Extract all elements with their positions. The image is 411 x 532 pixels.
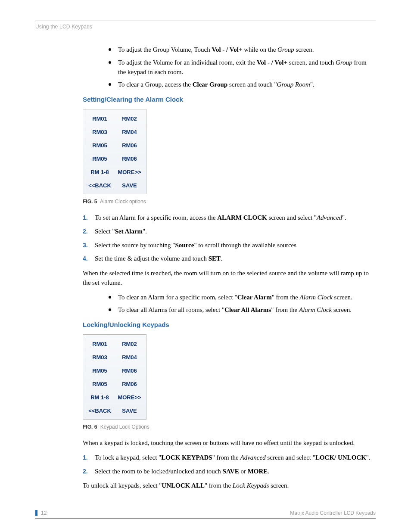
lcd-button[interactable]: RM01 [85,112,115,125]
figure-caption-6: FIG. 6 Keypad Lock Options [83,424,376,430]
bullet-list-mid: To clear an Alarm for a specific room, s… [109,293,376,315]
bullet-item: To clear all Alarms for all rooms, selec… [109,305,376,315]
lcd-button[interactable]: RM06 [115,152,144,165]
lcd-row: RM01RM02 [85,337,144,351]
lcd-button[interactable]: RM04 [115,351,144,364]
lcd-screen-lock: RM01RM02RM03RM04RM05RM06RM05RM06RM 1-8MO… [83,334,146,420]
lcd-button[interactable]: MORE>> [115,165,144,179]
step-item: Select the room to be locked/unlocked an… [83,467,376,476]
section-heading-alarm: Setting/Clearing the Alarm Clock [83,96,376,103]
lcd-row: <<BACKSAVE [85,179,144,192]
lcd-button[interactable]: <<BACK [85,179,115,192]
lcd-button[interactable]: RM02 [115,112,144,125]
step-item: Set the time & adjust the volume and tou… [83,254,376,264]
lcd-row: RM03RM04 [85,351,144,364]
lcd-screen-alarm: RM01RM02RM03RM04RM05RM06RM05RM06RM 1-8MO… [83,109,146,194]
step-item: To set an Alarm for a specific room, acc… [83,213,376,223]
page-number: 12 [41,510,47,516]
step-item: To lock a keypad, select "LOCK KEYPADS" … [83,453,376,463]
running-head: Using the LCD Keypads [35,24,376,30]
bullet-item: To adjust the Group Volume, Touch Vol - … [109,45,376,55]
lcd-button[interactable]: SAVE [115,404,144,417]
lcd-row: RM03RM04 [85,125,144,139]
figure-label: FIG. 5 [83,199,97,205]
page-footer: 12 Matrix Audio Controller LCD Keypads [35,510,376,519]
lcd-row: RM 1-8MORE>> [85,391,144,404]
lcd-button[interactable]: RM03 [85,125,115,139]
paragraph-unlock-all: To unlock all keypads, select "UNLOCK AL… [83,481,376,491]
lcd-button[interactable]: MORE>> [115,391,144,404]
lcd-button[interactable]: RM05 [85,364,115,377]
lcd-row: RM05RM06 [85,152,144,165]
lcd-button[interactable]: RM06 [115,377,144,391]
lcd-button[interactable]: RM 1-8 [85,391,115,404]
lcd-row: <<BACKSAVE [85,404,144,417]
page-content: Using the LCD Keypads To adjust the Grou… [35,21,376,496]
lcd-button[interactable]: RM01 [85,337,115,351]
lcd-row: RM05RM06 [85,364,144,377]
lcd-button[interactable]: RM06 [115,139,144,152]
header-rule [35,21,376,21]
main-content: To adjust the Group Volume, Touch Vol - … [83,45,376,491]
lcd-row: RM01RM02 [85,112,144,125]
figure-label: FIG. 6 [83,424,97,430]
bullet-item: To clear an Alarm for a specific room, s… [109,293,376,302]
lcd-button[interactable]: <<BACK [85,404,115,417]
bullet-list-top: To adjust the Group Volume, Touch Vol - … [109,45,376,90]
lcd-button[interactable]: RM05 [85,377,115,391]
lcd-button[interactable]: RM 1-8 [85,165,115,179]
ordered-steps-alarm: To set an Alarm for a specific room, acc… [83,213,376,264]
bullet-item: To clear a Group, access the Clear Group… [109,80,376,90]
step-item: Select the source by touching "Source" t… [83,241,376,250]
lcd-button[interactable]: RM05 [85,139,115,152]
step-item: Select "Set Alarm". [83,227,376,236]
lcd-button[interactable]: RM06 [115,364,144,377]
ordered-steps-lock: To lock a keypad, select "LOCK KEYPADS" … [83,453,376,476]
lcd-row: RM05RM06 [85,139,144,152]
lcd-button[interactable]: RM04 [115,125,144,139]
lcd-button[interactable]: RM03 [85,351,115,364]
section-heading-lock: Locking/Unlocking Keypads [83,321,376,328]
bullet-item: To adjust the Volume for an individual r… [109,58,376,77]
lcd-button[interactable]: RM02 [115,337,144,351]
lcd-row: RM 1-8MORE>> [85,165,144,179]
footer-accent [35,510,37,516]
paragraph-alarm: When the selected time is reached, the r… [83,269,376,288]
paragraph-lock-info: When a keypad is locked, touching the sc… [83,439,376,448]
lcd-row: RM05RM06 [85,377,144,391]
footer-rule [35,518,376,519]
figure-text: Keypad Lock Options [100,424,149,430]
lcd-button[interactable]: RM05 [85,152,115,165]
lcd-button[interactable]: SAVE [115,179,144,192]
figure-caption-5: FIG. 5 Alarm Clock options [83,199,376,205]
figure-text: Alarm Clock options [100,199,146,205]
footer-title: Matrix Audio Controller LCD Keypads [290,510,376,516]
